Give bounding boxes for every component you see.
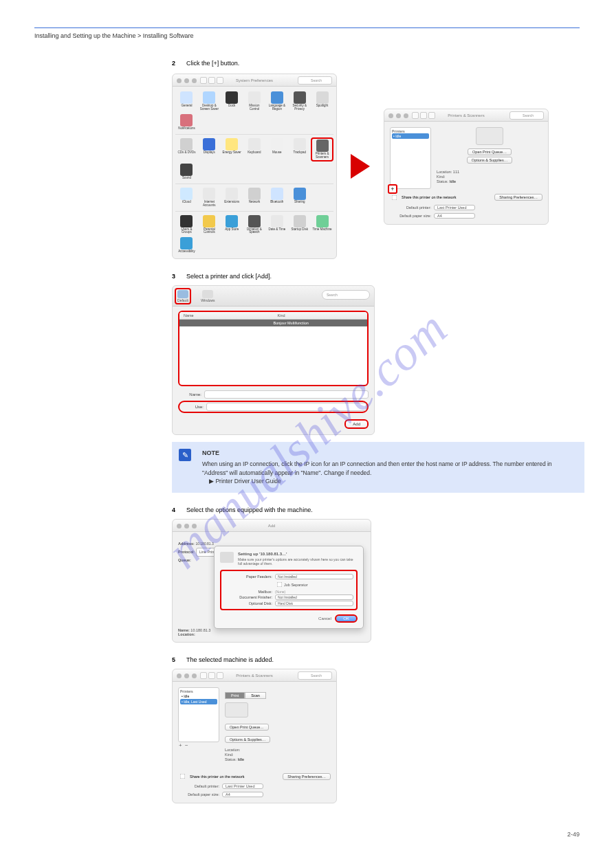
pref-dock[interactable]: Dock — [221, 91, 243, 112]
search-input[interactable]: Search — [509, 111, 544, 120]
pref-general[interactable]: General — [175, 91, 198, 112]
default-printer-select[interactable]: Last Printer Used — [434, 205, 475, 210]
default-tab-button[interactable]: Default — [175, 288, 191, 304]
pref-icloud[interactable]: iCloud — [175, 187, 198, 208]
pref-startup-disk[interactable]: Startup Disk — [288, 214, 311, 236]
scan-tab[interactable]: Scan — [245, 692, 266, 699]
options-supplies-button[interactable]: Options & Supplies… — [467, 157, 512, 164]
share-checkbox[interactable] — [180, 774, 186, 779]
pref-notifications[interactable]: Notifications — [175, 113, 198, 131]
search-input[interactable]: Search — [298, 671, 332, 680]
search-input[interactable]: Search — [322, 290, 370, 300]
printer-icon — [476, 127, 503, 145]
add-printer-window: Default Windows Search NameKind Bonjour … — [172, 285, 375, 435]
paper-size-select[interactable]: A4 — [222, 792, 263, 797]
default-printer-select[interactable]: Last Printer Used — [222, 783, 263, 789]
pref-bluetooth[interactable]: Bluetooth — [265, 187, 288, 208]
pref-internet-accounts[interactable]: Internet Accounts — [198, 187, 221, 208]
search-input[interactable]: Search — [298, 76, 332, 85]
system-preferences-window: System Preferences Search GeneralDesktop… — [172, 74, 337, 259]
traffic-lights[interactable] — [388, 113, 408, 118]
window-title: Printers & Scanners — [236, 674, 272, 678]
window-title: Printers & Scanners — [448, 113, 484, 118]
traffic-lights[interactable] — [177, 674, 197, 678]
breadcrumb: Installing and Setting up the Machine > … — [34, 32, 193, 39]
pref-sound[interactable]: Sound — [175, 163, 198, 181]
pref-displays[interactable]: Displays — [198, 137, 221, 162]
pref-trackpad[interactable]: Trackpad — [288, 137, 311, 162]
printer-icon — [225, 702, 248, 717]
ok-button[interactable]: OK — [335, 614, 358, 623]
printer-list-item[interactable]: • Idle — [392, 133, 429, 139]
open-queue-button[interactable]: Open Print Queue… — [468, 148, 512, 155]
name-field-row: Name: — [178, 390, 369, 399]
pref-parental-controls[interactable]: Parental Controls — [198, 214, 221, 236]
note-icon: ✎ — [179, 449, 191, 461]
open-queue-button[interactable]: Open Print Queue… — [225, 724, 269, 731]
sharing-prefs-button[interactable]: Sharing Preferences… — [494, 194, 542, 201]
window-nav[interactable] — [200, 672, 223, 679]
optional-disk-select[interactable]: Hard Disk — [275, 601, 353, 606]
page-header: Installing and Setting up the Machine > … — [34, 32, 580, 39]
printer-options-window: Add Address: 10.180.81.3 Protocol: Line … — [172, 519, 371, 643]
pref-security-privacy[interactable]: Security & Privacy — [288, 91, 311, 112]
printer-list[interactable]: Printers • Idle • Idle, Last Used + − — [178, 687, 219, 742]
add-printer-button[interactable]: + — [388, 184, 397, 194]
printer-icon — [220, 552, 234, 563]
pref-dictation-speech[interactable]: Dictation & Speech — [243, 214, 266, 236]
add-button[interactable]: Add — [344, 419, 369, 429]
pref-extensions[interactable]: Extensions — [221, 187, 243, 208]
pref-date-time[interactable]: Date & Time — [265, 214, 288, 236]
options-sheet: Setting up '10.180.81.3…' Make sure your… — [214, 546, 364, 629]
step-2: 2Click the [+] button. — [172, 60, 580, 67]
printer-list-frame: NameKind Bonjour Multifunction — [178, 311, 369, 386]
printers-scanners-final-window: Printers & Scanners Search Printers • Id… — [172, 669, 337, 803]
pref-time-machine[interactable]: Time Machine — [311, 214, 333, 236]
step-3: 3Select a printer and click [Add]. — [172, 273, 580, 280]
step-4: 4Select the options equipped with the ma… — [172, 507, 580, 513]
pref-desktop-screen-saver[interactable]: Desktop & Screen Saver — [198, 91, 221, 112]
printer-list-row[interactable]: Bonjour Multifunction — [179, 320, 367, 326]
cancel-button[interactable]: Cancel — [318, 616, 331, 621]
printer-list-item[interactable]: • Idle — [180, 693, 217, 699]
arrow-icon — [351, 154, 370, 179]
page-number: 2-49 — [34, 831, 580, 838]
paper-size-select[interactable]: A4 — [434, 213, 475, 219]
window-nav[interactable] — [200, 77, 223, 84]
traffic-lights[interactable] — [177, 78, 197, 83]
tabs: PrintScan — [225, 687, 331, 700]
print-tab[interactable]: Print — [225, 692, 245, 699]
paper-feeders-select[interactable]: Not Installed — [275, 574, 353, 579]
name-input[interactable] — [204, 390, 369, 399]
note-box: ✎ NOTE When using an IP connection, clic… — [172, 442, 584, 493]
pref-app-store[interactable]: App Store — [221, 214, 243, 236]
traffic-lights[interactable] — [177, 524, 197, 528]
window-title: System Preferences — [236, 78, 273, 82]
pref-language-region[interactable]: Language & Region — [265, 91, 288, 112]
share-checkbox[interactable] — [392, 194, 397, 200]
pref-mouse[interactable]: Mouse — [265, 137, 288, 162]
document-finisher-select[interactable]: Not Installed — [275, 594, 353, 600]
pref-network[interactable]: Network — [243, 187, 266, 208]
ip-tab-button[interactable]: Windows — [199, 288, 216, 304]
pref-sharing[interactable]: Sharing — [288, 187, 311, 208]
job-separator-checkbox[interactable] — [277, 582, 283, 588]
header-divider — [34, 27, 580, 28]
printer-list[interactable]: Printers • Idle + — [390, 127, 431, 189]
pref-keyboard[interactable]: Keyboard — [243, 137, 266, 162]
pref-mission-control[interactable]: Mission Control — [243, 91, 266, 112]
printers-scanners-window: Printers & Scanners Search Printers • Id… — [384, 109, 549, 225]
use-select[interactable] — [206, 403, 366, 411]
options-supplies-button[interactable]: Options & Supplies… — [225, 736, 270, 743]
printer-list-item[interactable]: • Idle, Last Used — [180, 699, 217, 704]
pref-cds-dvds[interactable]: CDs & DVDs — [175, 137, 198, 162]
pref-users-groups[interactable]: Users & Groups — [175, 214, 198, 236]
sharing-prefs-button[interactable]: Sharing Preferences… — [283, 773, 331, 780]
pref-energy-saver[interactable]: Energy Saver — [221, 137, 243, 162]
use-field-row: Use: — [178, 401, 369, 413]
window-nav[interactable] — [412, 112, 435, 119]
pref-printers-scanners[interactable]: Printers & Scanners — [311, 137, 333, 162]
pref-accessibility[interactable]: Accessibility — [175, 236, 198, 254]
pref-spotlight[interactable]: Spotlight — [311, 91, 333, 112]
share-label: Share this printer on the network — [402, 195, 457, 199]
